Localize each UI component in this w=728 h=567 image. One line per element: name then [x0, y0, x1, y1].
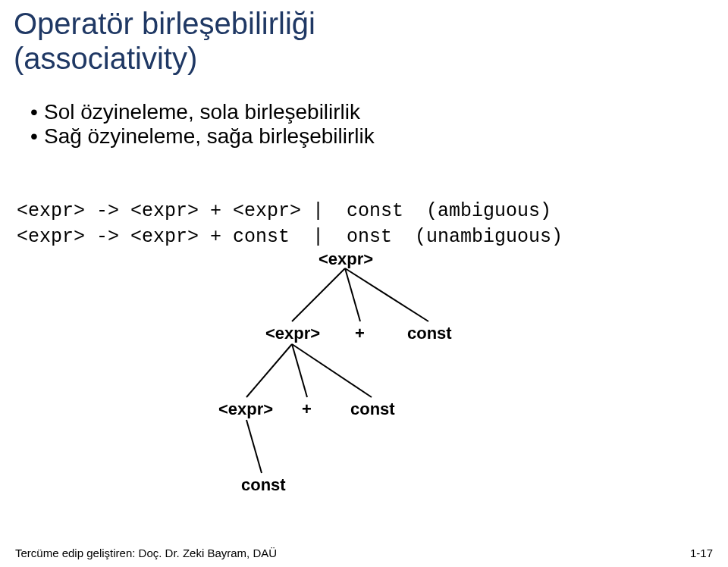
tree-l1-expr: <expr>	[265, 324, 320, 343]
footer-credit: Tercüme edip geliştiren: Doç. Dr. Zeki B…	[15, 547, 277, 559]
tree-l1-const: const	[407, 324, 452, 343]
grammar-line2b: onst (unambiguous)	[347, 226, 563, 248]
slide-title: Operatör birleşebilirliği (associativity…	[0, 0, 728, 76]
grammar-line2a: <expr> -> <expr> + const |	[17, 226, 347, 248]
svg-line-0	[292, 268, 345, 321]
tree-l2-plus: +	[302, 399, 312, 419]
tree-l2-const: const	[350, 399, 395, 419]
title-line2: (associativity)	[14, 41, 714, 76]
svg-line-6	[246, 420, 262, 473]
tree-l2-expr: <expr>	[218, 399, 273, 419]
tree-root: <expr>	[318, 249, 373, 269]
page-number: 1-17	[690, 547, 713, 559]
parse-tree: <expr> <expr> + const <expr> + const con…	[228, 249, 500, 515]
tree-l1-plus: +	[355, 324, 365, 343]
grammar-rules: <expr> -> <expr> + <expr> | const (ambig…	[0, 170, 728, 250]
bullet-2: Sağ özyineleme, sağa birleşebilirlik	[30, 124, 714, 149]
svg-line-3	[246, 344, 292, 397]
tree-l3-const: const	[241, 475, 286, 495]
title-line1: Operatör birleşebilirliği	[14, 6, 714, 41]
bullet-list: Sol özyineleme, sola birleşebilirlik Sağ…	[0, 97, 728, 149]
svg-line-5	[292, 344, 372, 397]
grammar-line1: <expr> -> <expr> + <expr> | const (ambig…	[17, 200, 551, 222]
bullet-1: Sol özyineleme, sola birleşebilirlik	[30, 100, 714, 124]
